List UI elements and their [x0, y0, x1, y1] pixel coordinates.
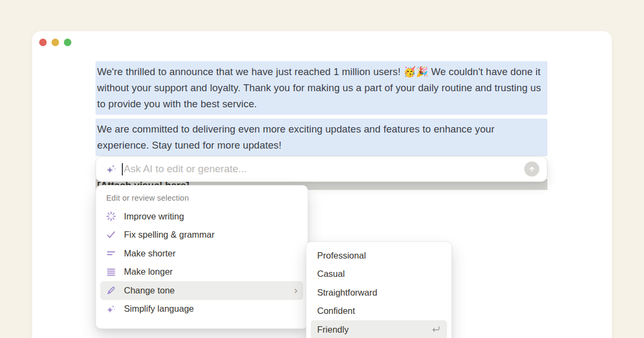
- submenu-item-label: Straightforward: [317, 288, 377, 298]
- submenu-item-confident[interactable]: Confident: [306, 302, 451, 321]
- menu-item-fix-spelling[interactable]: Fix spelling & grammar: [96, 226, 308, 245]
- sparkle-icon: [106, 304, 116, 314]
- menu-item-label: Make shorter: [124, 248, 175, 259]
- four-lines-icon: [106, 267, 116, 277]
- pen-icon: [106, 285, 116, 296]
- send-button[interactable]: [524, 161, 539, 177]
- return-key-icon: [431, 325, 441, 334]
- text-cursor: [122, 163, 123, 175]
- submenu-item-casual[interactable]: Casual: [306, 265, 451, 284]
- checkmark-icon: [106, 230, 116, 240]
- submenu-item-professional[interactable]: Professional: [306, 246, 451, 265]
- maximize-window-icon[interactable]: [64, 39, 71, 46]
- submenu-item-label: Casual: [317, 269, 345, 279]
- minimize-window-icon[interactable]: [52, 39, 59, 46]
- window-controls: [39, 39, 71, 46]
- sparkle-burst-icon: [106, 211, 116, 222]
- arrow-up-icon: [528, 165, 536, 173]
- submenu-item-label: Professional: [317, 251, 366, 261]
- two-lines-icon: [106, 248, 116, 259]
- menu-item-improve-writing[interactable]: Improve writing: [96, 207, 308, 226]
- selected-paragraph-1[interactable]: We're thrilled to announce that we have …: [96, 61, 547, 115]
- ask-ai-input-bar[interactable]: Ask AI to edit or generate...: [96, 156, 547, 182]
- ai-sparkle-icon: [105, 163, 117, 175]
- menu-item-make-shorter[interactable]: Make shorter: [96, 244, 308, 263]
- ai-edit-menu: Edit or review selection Improve writing…: [96, 185, 308, 329]
- submenu-item-straightforward[interactable]: Straightforward: [306, 283, 451, 302]
- menu-item-label: Change tone: [124, 285, 175, 296]
- submenu-item-label: Friendly: [317, 325, 349, 335]
- menu-item-label: Simplify language: [124, 304, 194, 314]
- chevron-right-icon: ›: [294, 285, 298, 296]
- menu-section-label: Edit or review selection: [96, 194, 308, 207]
- submenu-item-label: Confident: [317, 306, 355, 316]
- menu-item-make-longer[interactable]: Make longer: [96, 263, 308, 282]
- close-window-icon[interactable]: [39, 39, 47, 46]
- ai-input-placeholder[interactable]: Ask AI to edit or generate...: [124, 163, 525, 175]
- menu-item-label: Make longer: [124, 267, 173, 277]
- menu-item-simplify-language[interactable]: Simplify language: [96, 300, 308, 319]
- submenu-item-friendly[interactable]: Friendly: [311, 320, 447, 338]
- menu-item-label: Improve writing: [124, 211, 184, 222]
- menu-item-change-tone[interactable]: Change tone ›: [100, 281, 303, 300]
- selected-paragraph-2[interactable]: We are committed to delivering even more…: [96, 119, 547, 156]
- menu-item-label: Fix spelling & grammar: [124, 230, 215, 240]
- change-tone-submenu: Professional Casual Straightforward Conf…: [306, 241, 452, 338]
